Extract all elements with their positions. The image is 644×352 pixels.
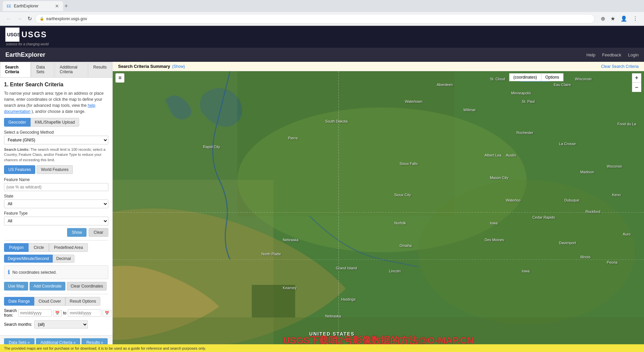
menu-button[interactable]: ⋮ (631, 13, 640, 24)
use-map-button[interactable]: Use Map (4, 282, 28, 291)
svg-rect-3 (113, 71, 237, 180)
zoom-out-button[interactable]: − (632, 83, 641, 92)
zoom-in-button[interactable]: + (632, 73, 641, 83)
tab-additional-criteria[interactable]: Additional Criteria (55, 62, 88, 77)
summary-left: Search Criteria Summary (Show) (118, 64, 185, 69)
map-area[interactable]: Search Criteria Summary (Show) Clear Sea… (113, 62, 644, 344)
shape-tabs: Polygon Circle Predefined Area (4, 243, 108, 252)
search-to-calendar-button[interactable]: 📅 (103, 310, 111, 316)
browser-chrome: EE EarthExplorer ✕ + ← → ↻ 🔒 earthexplor… (0, 0, 644, 26)
no-coordinates-text: No coordinates selected. (12, 270, 57, 275)
bottom-tab-result-options[interactable]: Result Options (65, 297, 101, 306)
tab-search-criteria[interactable]: Search Criteria (0, 62, 31, 77)
feature-name-label: Feature Name (4, 177, 108, 182)
app-nav-right: Help Feedback Login (586, 52, 639, 57)
back-button[interactable]: ← (4, 14, 13, 24)
shape-tab-polygon[interactable]: Polygon (4, 243, 29, 252)
section-title: 1. Enter Search Criteria (4, 82, 108, 88)
data-sets-next-button[interactable]: Data Sets » (4, 338, 35, 344)
search-from-input[interactable] (18, 309, 52, 317)
usgs-tagline: science for a changing world (5, 42, 49, 46)
summary-title: Search Criteria Summary (118, 64, 170, 69)
coord-format-dms[interactable]: Degree/Minute/Second (4, 255, 53, 263)
tab-favicon: EE (7, 4, 11, 8)
panel-content: 1. Enter Search Criteria To narrow your … (0, 78, 112, 335)
address-text: earthexplorer.usgs.gov (46, 16, 87, 21)
app-title: EarthExplorer (5, 51, 45, 58)
bookmark-button[interactable]: ★ (608, 13, 617, 24)
bottom-tab-cloud-cover[interactable]: Cloud Cover (34, 297, 65, 306)
show-button[interactable]: Show (67, 228, 87, 237)
forward-button[interactable]: → (15, 14, 24, 24)
clear-search-criteria-button[interactable]: Clear Search Criteria (601, 64, 639, 69)
info-icon: ℹ (8, 269, 10, 275)
login-link[interactable]: Login (628, 52, 639, 57)
sub-tabs: Geocoder KML/Shapefile Upload (4, 118, 108, 127)
bottom-section-tabs: Date Range Cloud Cover Result Options (4, 297, 108, 306)
layer-button[interactable]: ≡ (115, 73, 124, 83)
show-clear-buttons: Show Clear (4, 228, 108, 237)
nav-bar: ← → ↻ 🔒 earthexplorer.usgs.gov ⊕ ★ 👤 ⋮ (0, 12, 644, 26)
geocoding-method-select[interactable]: Feature (GNIS) Place Name Address Coordi… (4, 136, 108, 144)
tab-data-sets[interactable]: Data Sets (31, 62, 54, 77)
sub-tab-kml[interactable]: KML/Shapefile Upload (31, 118, 79, 127)
feature-type-label: Feature Type (4, 211, 108, 216)
browser-tab[interactable]: EE EarthExplorer ✕ (3, 1, 63, 11)
feature-name-input[interactable] (4, 183, 108, 191)
bottom-bar: The provided maps are not for purchase o… (0, 344, 644, 352)
shape-tab-predefined[interactable]: Predefined Area (49, 243, 88, 252)
search-months-select[interactable]: (all) (34, 320, 88, 328)
feature-type-buttons: US Features World Features (4, 165, 108, 174)
svg-point-7 (418, 180, 635, 324)
main-layout: Search Criteria Data Sets Additional Cri… (0, 62, 644, 344)
geocoding-method-label: Select a Geocoding Method (4, 130, 108, 135)
layer-icon: ≡ (118, 75, 121, 81)
new-tab-button[interactable]: + (64, 3, 68, 10)
help-link[interactable]: Help (586, 52, 595, 57)
search-to-input[interactable] (68, 309, 101, 317)
add-coordinate-button[interactable]: Add Coordinate (30, 282, 65, 291)
account-button[interactable]: 👤 (619, 13, 629, 24)
search-limits: Search Limits: The search result limit i… (4, 147, 108, 163)
us-features-button[interactable]: US Features (4, 165, 35, 174)
date-range-row: Search from: 📅 to 📅 (4, 308, 108, 318)
state-select[interactable]: All (4, 200, 108, 208)
app-subheader: EarthExplorer Help Feedback Login (0, 48, 644, 62)
reload-button[interactable]: ↻ (25, 13, 34, 24)
clear-button[interactable]: Clear (89, 228, 108, 237)
state-label: State (4, 194, 108, 199)
map-coordinates-bar: (coordinates) Options (509, 73, 564, 81)
map-satellite[interactable]: Aberdeen St. Cloud Watertown Minneapolis… (113, 71, 644, 344)
search-months-label: Search months: (4, 322, 32, 327)
feedback-link[interactable]: Feedback (602, 52, 621, 57)
search-from-calendar-button[interactable]: 📅 (53, 310, 62, 316)
bottom-tab-date-range[interactable]: Date Range (4, 297, 34, 306)
tab-close-button[interactable]: ✕ (55, 3, 59, 9)
search-months-row: Search months: (all) (4, 320, 108, 328)
bottom-nav-buttons: Data Sets » Additional Criteria » Result… (0, 335, 112, 344)
clear-coordinates-button[interactable]: Clear Coordinates (67, 282, 107, 291)
coord-format-tabs: Degree/Minute/Second Decimal (4, 255, 108, 263)
map-svg (113, 71, 644, 344)
search-from-label: Search from: (4, 308, 17, 318)
address-bar[interactable]: 🔒 earthexplorer.usgs.gov (35, 14, 595, 24)
additional-criteria-next-button[interactable]: Additional Criteria » (36, 338, 80, 344)
world-features-button[interactable]: World Features (37, 165, 73, 174)
tab-bar: EE EarthExplorer ✕ + (0, 0, 644, 12)
coordinates-button[interactable]: (coordinates) (509, 73, 541, 81)
main-tabs: Search Criteria Data Sets Additional Cri… (0, 62, 112, 78)
sub-tab-geocoder[interactable]: Geocoder (4, 118, 31, 127)
coord-action-buttons: Use Map Add Coordinate Clear Coordinates (4, 282, 108, 291)
results-next-button[interactable]: Results » (82, 338, 108, 344)
feature-type-select[interactable]: All (4, 217, 108, 225)
coord-format-decimal[interactable]: Decimal (53, 255, 74, 263)
options-button[interactable]: Options (541, 73, 564, 81)
usgs-name: USGS (21, 30, 47, 39)
no-coordinates-box: ℹ No coordinates selected. (4, 265, 108, 279)
search-to-label: to (63, 311, 66, 315)
svg-rect-11 (113, 317, 644, 344)
summary-show-link[interactable]: (Show) (172, 64, 185, 69)
extensions-button[interactable]: ⊕ (599, 13, 607, 24)
tab-results[interactable]: Results (88, 62, 112, 77)
shape-tab-circle[interactable]: Circle (29, 243, 49, 252)
